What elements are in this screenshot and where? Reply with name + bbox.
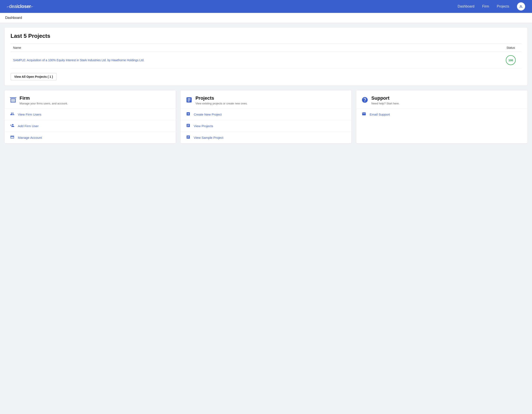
- email-support-label: Email Support: [370, 113, 390, 116]
- create-new-project-label: Create New Project: [194, 113, 222, 116]
- projects-card-header: Projects View existing projects or creat…: [180, 90, 352, 107]
- support-title: Support: [371, 95, 399, 101]
- view-all-open-projects-link[interactable]: View All Open Projects ( 1 ): [10, 73, 57, 80]
- support-card-header: Support Need help? Start here.: [356, 90, 527, 107]
- nav-dashboard[interactable]: Dashboard: [458, 5, 475, 8]
- nav-projects[interactable]: Projects: [497, 5, 509, 8]
- col-header-name: Name: [10, 44, 500, 52]
- project-name-cell: SAMPLE: Acquisition of a 100% Equity Int…: [10, 52, 500, 69]
- projects-title: Projects: [196, 95, 248, 101]
- projects-icon: [186, 96, 192, 104]
- projects-links: Create New Project View Projects View Sa…: [180, 109, 352, 143]
- firm-icon: [10, 96, 17, 104]
- users-icon: [10, 112, 15, 117]
- header: ⌐ deal closer ¬ Dashboard Firm Projects …: [0, 0, 532, 13]
- support-icon: [361, 96, 368, 104]
- header-nav: Dashboard Firm Projects JL: [458, 2, 525, 10]
- projects-subtitle: View existing projects or create new one…: [196, 102, 248, 105]
- support-title-group: Support Need help? Start here.: [371, 95, 399, 105]
- avatar[interactable]: JL: [517, 2, 525, 10]
- firm-title-group: Firm Manage your firms users, and accoun…: [19, 95, 68, 105]
- firm-title: Firm: [19, 95, 68, 101]
- view-projects-label: View Projects: [194, 124, 213, 128]
- last5-projects-card: Last 5 Projects Name Status SAMPLE: Acqu…: [4, 27, 528, 86]
- view-projects-link[interactable]: View Projects: [180, 120, 352, 132]
- nav-firm[interactable]: Firm: [482, 5, 489, 8]
- logo-closer: closer: [18, 4, 31, 9]
- project-status-cell: 100: [500, 52, 522, 69]
- project-name-link[interactable]: SAMPLE: Acquisition of a 100% Equity Int…: [13, 58, 144, 62]
- add-firm-user-link[interactable]: Add Firm User: [5, 120, 176, 132]
- firm-card-header: Firm Manage your firms users, and accoun…: [5, 90, 176, 107]
- view-firm-users-link[interactable]: View Firm Users: [5, 109, 176, 120]
- projects-table: Name Status SAMPLE: Acquisition of a 100…: [10, 44, 522, 69]
- view-sample-project-label: View Sample Project: [194, 136, 223, 140]
- breadcrumb: Dashboard: [5, 16, 22, 19]
- last5-projects-title: Last 5 Projects: [10, 33, 522, 39]
- firm-links: View Firm Users Add Firm User Manage Acc…: [5, 109, 176, 143]
- logo-deal: deal: [9, 4, 18, 9]
- bottom-grid: Firm Manage your firms users, and accoun…: [4, 90, 528, 143]
- view-projects-icon: [186, 123, 191, 129]
- logo-bracket-right: ¬: [31, 5, 33, 9]
- table-row: SAMPLE: Acquisition of a 100% Equity Int…: [10, 52, 522, 69]
- support-card: Support Need help? Start here. Email Sup…: [356, 90, 528, 143]
- projects-title-group: Projects View existing projects or creat…: [196, 95, 248, 105]
- email-support-link[interactable]: Email Support: [356, 109, 527, 120]
- view-sample-project-link[interactable]: View Sample Project: [180, 132, 352, 143]
- logo[interactable]: ⌐ deal closer ¬: [7, 4, 33, 9]
- create-new-project-link[interactable]: Create New Project: [180, 109, 352, 120]
- create-project-icon: [186, 112, 191, 117]
- add-firm-user-label: Add Firm User: [18, 124, 39, 128]
- firm-card: Firm Manage your firms users, and accoun…: [4, 90, 176, 143]
- email-icon: [361, 112, 367, 117]
- main-content: Last 5 Projects Name Status SAMPLE: Acqu…: [0, 23, 532, 148]
- support-links: Email Support: [356, 109, 527, 120]
- view-sample-project-icon: [186, 135, 191, 140]
- status-badge: 100: [506, 55, 516, 65]
- firm-subtitle: Manage your firms users, and account.: [19, 102, 68, 105]
- manage-account-link[interactable]: Manage Account: [5, 132, 176, 143]
- projects-card: Projects View existing projects or creat…: [180, 90, 352, 143]
- add-user-icon: [10, 123, 15, 129]
- breadcrumb-bar: Dashboard: [0, 13, 532, 23]
- manage-account-label: Manage Account: [18, 136, 42, 140]
- logo-bracket-left: ⌐: [7, 5, 9, 9]
- support-subtitle: Need help? Start here.: [371, 102, 399, 105]
- manage-account-icon: [10, 135, 15, 140]
- view-firm-users-label: View Firm Users: [18, 113, 41, 116]
- col-header-status: Status: [500, 44, 522, 52]
